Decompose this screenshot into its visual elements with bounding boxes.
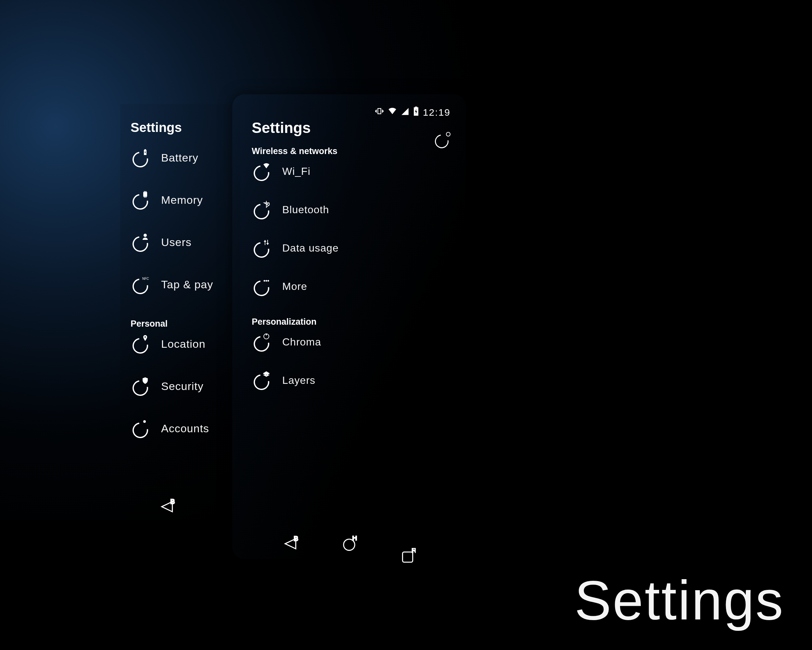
section-header-personal: Personal: [131, 319, 230, 329]
chroma-icon: [254, 334, 269, 350]
settings-item-label: Bluetooth: [282, 204, 329, 216]
settings-item-layers[interactable]: Layers: [254, 372, 453, 388]
cell-signal-icon: [401, 107, 409, 118]
data-usage-icon: [254, 240, 269, 256]
settings-item-users[interactable]: Users: [133, 234, 230, 250]
settings-item-label: Accounts: [161, 422, 209, 435]
settings-item-label: Location: [161, 338, 206, 350]
settings-item-location[interactable]: Location: [133, 336, 230, 352]
settings-item-wifi[interactable]: Wi_Fi: [254, 164, 453, 179]
nav-back-button[interactable]: B: [159, 499, 176, 515]
profile-icon[interactable]: [435, 133, 449, 147]
svg-rect-14: [403, 552, 412, 562]
svg-point-7: [268, 280, 269, 282]
battery-status-icon: [413, 107, 419, 118]
settings-item-label: More: [282, 280, 307, 292]
svg-point-6: [266, 280, 267, 282]
nav-back-button[interactable]: B: [282, 535, 299, 552]
svg-text:H: H: [352, 535, 357, 541]
navigation-bar: B H R: [232, 535, 466, 552]
status-clock: 12:19: [423, 107, 450, 118]
settings-item-accounts[interactable]: Accounts: [133, 421, 230, 436]
settings-item-label: Security: [161, 380, 204, 393]
settings-panel-secondary: Settings Battery Memory Users NFC Tap & …: [120, 104, 240, 520]
svg-text:B: B: [294, 535, 298, 542]
hero-title: Settings: [575, 569, 785, 632]
svg-point-2: [143, 420, 146, 423]
accounts-icon: [133, 421, 148, 436]
battery-icon: [133, 150, 148, 165]
status-bar: 12:19: [375, 107, 450, 118]
settings-item-memory[interactable]: Memory: [133, 192, 230, 208]
layers-icon: [254, 372, 269, 388]
bluetooth-icon: [254, 202, 269, 217]
settings-item-label: Layers: [282, 375, 315, 387]
section-header-personalization: Personalization: [252, 317, 453, 327]
settings-item-chroma[interactable]: Chroma: [254, 334, 453, 350]
svg-point-5: [264, 280, 266, 282]
settings-item-label: Memory: [161, 194, 203, 206]
memory-icon: [133, 192, 148, 208]
vibrate-icon: [375, 107, 384, 118]
settings-panel-primary: 12:19 Settings Wireless & networks Wi_Fi…: [232, 94, 466, 559]
users-icon: [133, 234, 148, 250]
page-title: Settings: [131, 120, 230, 135]
settings-item-label: Tap & pay: [161, 278, 213, 291]
settings-item-data-usage[interactable]: Data usage: [254, 240, 453, 256]
settings-item-label: Battery: [161, 151, 198, 164]
settings-item-label: Users: [161, 236, 192, 249]
nav-recents-button[interactable]: R: [400, 548, 416, 564]
section-header-wireless: Wireless & networks: [252, 146, 453, 156]
svg-text:B: B: [170, 499, 175, 505]
wifi-icon: [254, 164, 269, 179]
svg-text:NFC: NFC: [142, 277, 149, 280]
settings-item-label: Wi_Fi: [282, 165, 310, 177]
wifi-status-icon: [388, 107, 397, 118]
nfc-icon: NFC: [133, 277, 148, 292]
settings-item-security[interactable]: Security: [133, 378, 230, 394]
settings-item-more[interactable]: More: [254, 278, 453, 294]
settings-item-label: Data usage: [282, 242, 339, 254]
settings-item-battery[interactable]: Battery: [133, 150, 230, 165]
more-icon: [254, 278, 269, 294]
page-title: Settings: [252, 119, 453, 136]
location-icon: [133, 336, 148, 352]
svg-point-0: [143, 234, 147, 237]
settings-item-bluetooth[interactable]: Bluetooth: [254, 202, 453, 217]
settings-item-tap-and-pay[interactable]: NFC Tap & pay: [133, 277, 230, 292]
security-icon: [133, 378, 148, 394]
svg-text:R: R: [412, 548, 416, 554]
settings-item-label: Chroma: [282, 336, 321, 348]
nav-home-button[interactable]: H: [341, 535, 357, 552]
svg-point-9: [266, 334, 267, 335]
